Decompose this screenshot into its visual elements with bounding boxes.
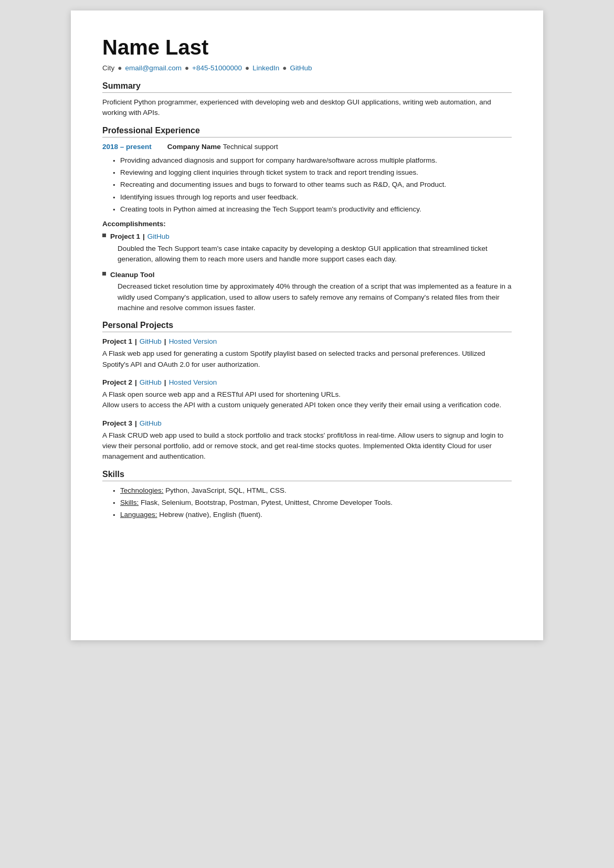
skills-label-languages: Languages: <box>120 511 157 518</box>
contact-line: City ● email@gmail.com ● +845-51000000 ●… <box>102 64 512 72</box>
job-row: 2018 – present Company Name Technical su… <box>102 142 512 152</box>
summary-text: Proficient Python programmer, experience… <box>102 97 512 119</box>
skills-text-languages: Hebrew (native), English (fluent). <box>157 511 262 518</box>
proj-sep-1: | <box>135 377 137 388</box>
job-role: Technical support <box>223 142 278 152</box>
project-3: Project 3 | GitHub A Flask CRUD web app … <box>102 418 512 462</box>
project-desc: A Flask CRUD web app used to build a sto… <box>102 430 512 462</box>
job-company: Company Name <box>167 142 221 152</box>
project-title: Project 1 <box>102 336 132 347</box>
project-desc: A Flask open source web app and a RESTfu… <box>102 389 512 411</box>
resume-page: Name Last City ● email@gmail.com ● +845-… <box>71 10 543 640</box>
skills-list: Technologies: Python, JavaScript, SQL, H… <box>102 485 512 521</box>
project-hosted-link[interactable]: Hosted Version <box>169 336 217 347</box>
accomplishment-title-row: Cleanup Tool <box>110 270 512 280</box>
skills-section: Skills Technologies: Python, JavaScript,… <box>102 470 512 521</box>
job-date: 2018 – present <box>102 142 165 152</box>
summary-heading: Summary <box>102 81 512 93</box>
acc-sep: | <box>143 231 145 242</box>
city: City <box>102 64 114 72</box>
job-bullets: Providing advanced diagnosis and support… <box>102 155 512 215</box>
skills-label-skills: Skills: <box>120 499 139 506</box>
project-github-link[interactable]: GitHub <box>140 377 162 388</box>
accomplishment-2: Cleanup Tool Decreased ticket resolution… <box>102 270 512 313</box>
bullet-2: ● <box>185 64 189 72</box>
bullet-item: Creating tools in Python aimed at increa… <box>113 204 512 215</box>
projects-section: Personal Projects Project 1 | GitHub | H… <box>102 321 512 462</box>
projects-heading: Personal Projects <box>102 321 512 332</box>
skills-label-technologies: Technologies: <box>120 486 164 494</box>
accomplishment-title-text: Cleanup Tool <box>110 270 155 280</box>
bullet-item: Reviewing and logging client inquiries t… <box>113 167 512 178</box>
project-hosted-link[interactable]: Hosted Version <box>169 377 217 388</box>
bullet-square-icon <box>102 234 106 237</box>
accomplishments-label: Accomplishments: <box>102 219 512 229</box>
bullet-item: Identifying issues through log reports a… <box>113 192 512 203</box>
experience-body: 2018 – present Company Name Technical su… <box>102 142 512 314</box>
project-github-link[interactable]: GitHub <box>140 418 162 429</box>
skills-text-technologies: Python, JavaScript, SQL, HTML, CSS. <box>164 486 287 494</box>
project-title-row: Project 3 | GitHub <box>102 418 512 429</box>
skills-item-languages: Languages: Hebrew (native), English (flu… <box>113 510 512 520</box>
projects-body: Project 1 | GitHub | Hosted Version A Fl… <box>102 336 512 462</box>
project-title-row: Project 1 | GitHub | Hosted Version <box>102 336 512 347</box>
skills-heading: Skills <box>102 470 512 481</box>
bullet-item: Recreating and documenting issues and bu… <box>113 179 512 190</box>
project-github-link[interactable]: GitHub <box>140 336 162 347</box>
skills-item-skills: Skills: Flask, Selenium, Bootstrap, Post… <box>113 497 512 508</box>
proj-sep-1: | <box>135 336 137 347</box>
proj-sep-1: | <box>135 418 137 429</box>
bullet-1: ● <box>118 64 122 72</box>
bullet-3: ● <box>245 64 249 72</box>
proj-sep-2: | <box>164 336 166 347</box>
email-link[interactable]: email@gmail.com <box>125 64 181 72</box>
accomplishment-title-text: Project 1 <box>110 231 140 242</box>
accomplishment-desc: Doubled the Tech Support team's case int… <box>110 244 512 265</box>
experience-heading: Professional Experience <box>102 126 512 137</box>
skills-text-skills: Flask, Selenium, Bootstrap, Postman, Pyt… <box>139 499 393 506</box>
project-title-row: Project 2 | GitHub | Hosted Version <box>102 377 512 388</box>
linkedin-link[interactable]: LinkedIn <box>252 64 279 72</box>
github-link[interactable]: GitHub <box>290 64 312 72</box>
project-title: Project 2 <box>102 377 132 388</box>
experience-section: Professional Experience 2018 – present C… <box>102 126 512 314</box>
bullet-item: Providing advanced diagnosis and support… <box>113 155 512 166</box>
skills-item-technologies: Technologies: Python, JavaScript, SQL, H… <box>113 485 512 496</box>
project-1: Project 1 | GitHub | Hosted Version A Fl… <box>102 336 512 370</box>
full-name: Name Last <box>102 36 512 59</box>
accomplishment-github-link[interactable]: GitHub <box>147 231 170 242</box>
accomplishment-title-row: Project 1 | GitHub <box>110 231 512 242</box>
proj-sep-2: | <box>164 377 166 388</box>
phone-link[interactable]: +845-51000000 <box>192 64 242 72</box>
bullet-4: ● <box>282 64 287 72</box>
accomplishment-1: Project 1 | GitHub Doubled the Tech Supp… <box>102 231 512 264</box>
project-title: Project 3 <box>102 418 132 429</box>
accomplishment-desc: Decreased ticket resolution time by appr… <box>110 281 512 313</box>
summary-section: Summary Proficient Python programmer, ex… <box>102 81 512 119</box>
project-2: Project 2 | GitHub | Hosted Version A Fl… <box>102 377 512 411</box>
project-desc: A Flask web app used for generating a cu… <box>102 348 512 370</box>
bullet-square-icon <box>102 272 106 276</box>
